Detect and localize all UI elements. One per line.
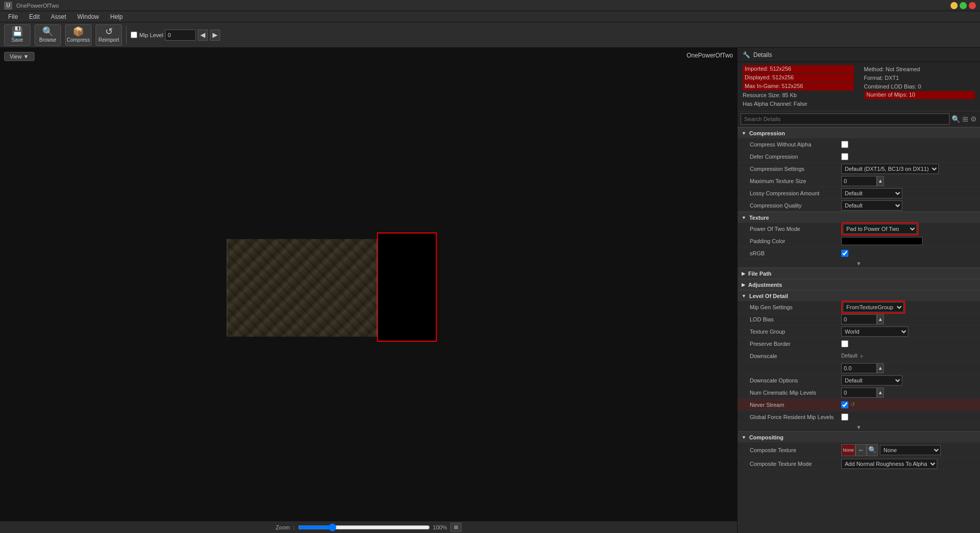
imported-label: Imported: 512x256: [745, 66, 791, 72]
never-stream-checkbox[interactable]: [841, 401, 848, 408]
minimize-button[interactable]: [951, 2, 958, 9]
compression-settings-row: Compression Settings Default (DXT1/5, BC…: [738, 163, 980, 175]
close-button[interactable]: [969, 2, 976, 9]
padding-color-swatch[interactable]: [841, 237, 923, 245]
compression-quality-select[interactable]: Default Lowest Low Normal High Highest: [841, 200, 902, 211]
menu-asset[interactable]: Asset: [46, 12, 71, 21]
power-of-two-row: Power Of Two Mode Pad to Power Of Two No…: [738, 223, 980, 235]
max-texture-size-input[interactable]: [841, 176, 877, 186]
num-cinematic-mip-input-wrap: ▲: [841, 388, 884, 398]
max-texture-size-up-btn[interactable]: ▲: [877, 176, 884, 186]
level-of-detail-section-header[interactable]: ▼ Level Of Detail: [738, 290, 980, 301]
compression-section-header[interactable]: ▼ Compression: [738, 127, 980, 138]
mip-gen-settings-row: Mip Gen Settings FromTextureGroup Simple…: [738, 301, 980, 313]
mip-level-up-btn[interactable]: ▶: [210, 29, 220, 41]
zoom-value: 100%: [433, 524, 447, 530]
lod-section-content: Mip Gen Settings FromTextureGroup Simple…: [738, 301, 980, 431]
global-force-resident-checkbox[interactable]: [841, 413, 848, 421]
fit-button[interactable]: ⊞: [450, 523, 462, 532]
adjustments-section-header[interactable]: ▶ Adjustments: [738, 279, 980, 290]
lod-bias-row: LOD Bias ▲: [738, 313, 980, 325]
lod-bias-input-wrap: ▲: [841, 314, 884, 324]
lod-bias-label: LOD Bias: [750, 316, 841, 322]
srgb-checkbox[interactable]: [841, 250, 848, 257]
compositing-section-content: Composite Texture None ← 🔍 None Composit…: [738, 442, 980, 470]
window-title: OnePowerOfTwo: [16, 3, 951, 9]
downscale-options-select[interactable]: Default Unfiltered Average Min Max: [841, 375, 902, 386]
menu-edit[interactable]: Edit: [24, 12, 45, 21]
composite-texture-mode-select[interactable]: Add Normal Roughness To Alpha None: [841, 459, 937, 469]
search-bar: 🔍 ⊞ ⚙: [738, 111, 980, 127]
composite-texture-arrow-btn[interactable]: ←: [855, 444, 867, 456]
composite-texture-none-btn[interactable]: None: [841, 444, 855, 456]
preserve-border-row: Preserve Border: [738, 338, 980, 350]
num-cinematic-mip-up-btn[interactable]: ▲: [877, 388, 884, 398]
menu-help[interactable]: Help: [105, 12, 128, 21]
never-stream-label: Never Stream: [750, 402, 841, 408]
filter-button[interactable]: ⚙: [970, 115, 977, 123]
never-stream-reset-icon[interactable]: ↺: [850, 401, 855, 408]
save-button[interactable]: 💾 Save: [4, 24, 30, 46]
maximize-button[interactable]: [960, 2, 967, 9]
power-of-two-label: Power Of Two Mode: [750, 226, 841, 232]
downscale-input[interactable]: [841, 363, 877, 373]
mip-level-input[interactable]: [165, 29, 196, 41]
mip-level-down-btn[interactable]: ◀: [198, 29, 208, 41]
composite-texture-mode-label: Composite Texture Mode: [750, 461, 841, 467]
compress-button[interactable]: 📦 Compress: [65, 24, 91, 46]
columns-button[interactable]: ⊞: [962, 115, 968, 123]
texture-section-header[interactable]: ▼ Texture: [738, 212, 980, 223]
main-area: View ▼ OnePowerOfTwo Zoom : 100% ⊞ 🔧 Det…: [0, 48, 980, 533]
file-path-section-label: File Path: [748, 271, 772, 277]
defer-compression-checkbox[interactable]: [841, 153, 848, 160]
max-texture-size-value: ▲: [841, 176, 976, 186]
compression-quality-row: Compression Quality Default Lowest Low N…: [738, 199, 980, 212]
texture-arrow-icon: ▼: [742, 215, 746, 220]
view-button[interactable]: View ▼: [4, 52, 35, 61]
mip-level-label: Mip Level: [139, 32, 163, 38]
downscale-up-btn[interactable]: ▲: [877, 363, 884, 373]
details-panel: 🔧 Details Imported: 512x256 Method: Not …: [737, 48, 980, 533]
reimport-button[interactable]: ↺ Reimport: [96, 24, 122, 46]
srgb-value: [841, 250, 976, 257]
composite-texture-select[interactable]: None: [880, 445, 941, 455]
view-label: View: [10, 53, 22, 60]
downscale-options-value: Default Unfiltered Average Min Max: [841, 375, 976, 386]
global-force-resident-row: Global Force Resident Mip Levels: [738, 411, 980, 423]
adjustments-arrow-icon: ▶: [742, 282, 745, 287]
compression-section-content: Compress Without Alpha Defer Compression…: [738, 138, 980, 212]
global-force-resident-label: Global Force Resident Mip Levels: [750, 414, 841, 420]
compositing-section-header[interactable]: ▼ Compositing: [738, 431, 980, 442]
power-of-two-select[interactable]: Pad to Power Of Two None Stretch to Powe…: [843, 224, 917, 234]
app-icon: U: [4, 2, 12, 10]
compositing-arrow-icon: ▼: [742, 435, 746, 440]
compression-settings-select[interactable]: Default (DXT1/5, BC1/3 on DX11) BC7 Norm…: [841, 164, 939, 174]
menu-window[interactable]: Window: [72, 12, 104, 21]
texture-group-select[interactable]: World Character CharacterNormalMap: [841, 327, 908, 337]
menu-file[interactable]: File: [3, 12, 23, 21]
mip-level-checkbox[interactable]: [131, 32, 137, 38]
preserve-border-checkbox[interactable]: [841, 340, 848, 347]
lod-bias-up-btn[interactable]: ▲: [877, 314, 884, 324]
zoom-slider[interactable]: [298, 523, 430, 531]
downscale-plus-icon[interactable]: +: [860, 352, 864, 360]
lossy-compression-select[interactable]: Default None Lowest: [841, 188, 902, 198]
save-icon: 💾: [12, 27, 23, 36]
menubar: File Edit Asset Window Help: [0, 11, 980, 22]
num-cinematic-mip-value: ▲: [841, 388, 976, 398]
file-path-section-header[interactable]: ▶ File Path: [738, 268, 980, 279]
compress-without-alpha-checkbox[interactable]: [841, 141, 848, 148]
mip-gen-settings-select[interactable]: FromTextureGroup SimpleAverage Sharpen0: [843, 302, 904, 312]
srgb-label: sRGB: [750, 250, 841, 256]
preserve-border-label: Preserve Border: [750, 341, 841, 347]
compression-arrow-icon: ▼: [742, 131, 746, 136]
lod-scroll-indicator: ▼: [738, 423, 980, 431]
lod-bias-input[interactable]: [841, 314, 877, 324]
search-button[interactable]: 🔍: [952, 115, 960, 123]
composite-texture-search-btn[interactable]: 🔍: [867, 444, 878, 456]
search-input[interactable]: [741, 113, 950, 125]
downscale-value: Default +: [841, 352, 976, 360]
browse-button[interactable]: 🔍 Browse: [35, 24, 61, 46]
browse-icon: 🔍: [42, 27, 53, 36]
num-cinematic-mip-input[interactable]: [841, 388, 877, 398]
